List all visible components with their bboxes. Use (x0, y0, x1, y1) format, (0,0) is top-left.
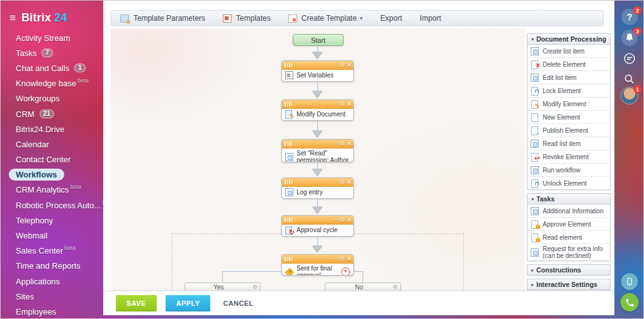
sidebar-item-employees[interactable]: Employees (1, 304, 103, 319)
sidebar-item-applications[interactable]: Applications (1, 274, 103, 289)
palette-item-read-element[interactable]: Read element (528, 231, 610, 244)
block-controls: –⚙× (334, 255, 351, 263)
block-header[interactable]: ⚙× (282, 140, 353, 148)
template-parameters-button[interactable]: Template Parameters (120, 14, 205, 23)
settings-gear-icon[interactable]: ⚙ (252, 284, 260, 290)
palette-item-revoke-element[interactable]: Revoke Element (528, 150, 610, 164)
settings-gear-icon[interactable]: ⚙ (339, 101, 344, 107)
device-sync-button[interactable] (621, 273, 638, 290)
logo-row: ≡ Bitrix 24 (9, 11, 67, 25)
cancel-button[interactable]: CANCEL (219, 295, 257, 311)
palette-section-header-document-processing[interactable]: ▾Document Processing (528, 34, 610, 45)
sidebar-item-crm-analytics[interactable]: CRM Analyticsbeta (1, 182, 103, 198)
export-button[interactable]: Export (380, 14, 402, 23)
close-icon[interactable]: × (347, 179, 351, 186)
drag-grip-icon[interactable] (285, 63, 293, 67)
palette-item-modify-element[interactable]: Modify Element (528, 98, 610, 111)
sidebar-item-webmail[interactable]: Webmail (1, 228, 103, 243)
close-icon[interactable]: × (347, 62, 351, 69)
branch-yes[interactable]: Yes⚙ (184, 283, 261, 291)
import-button[interactable]: Import (420, 14, 441, 23)
block-header[interactable]: ⚙× (282, 61, 353, 70)
create-template-dropdown[interactable]: Create Template (288, 14, 363, 23)
messenger-button[interactable] (621, 50, 638, 67)
sidebar-item-robotic-process-auto[interactable]: Robotic Process Auto...beta (1, 198, 103, 213)
palette-section-header-constructions[interactable]: ▸Constructions (528, 265, 610, 275)
start-node[interactable]: Start (293, 34, 344, 46)
settings-gear-icon[interactable]: ⚙ (339, 62, 344, 68)
drag-grip-icon[interactable] (285, 142, 293, 146)
close-icon[interactable]: × (347, 216, 351, 223)
notifications-button[interactable]: 3 (621, 30, 638, 46)
settings-gear-icon[interactable]: ⚙ (339, 141, 344, 147)
workflow-block-set-read-permission-author[interactable]: ⚙×Set "Read" permission: Author (281, 139, 354, 162)
palette-item-delete-element[interactable]: Delete Element (528, 58, 610, 71)
settings-gear-icon[interactable]: ⚙ (339, 179, 344, 185)
sidebar-item-sales-center[interactable]: Sales Centerbeta (1, 243, 103, 259)
apply-button[interactable]: APPLY (166, 295, 211, 311)
sidebar-item-calendar[interactable]: Calendar (1, 137, 103, 152)
settings-gear-icon[interactable]: ⚙ (339, 256, 344, 262)
sidebar-item-time-and-reports[interactable]: Time and Reports (1, 259, 103, 274)
phone-button[interactable] (621, 293, 639, 311)
workflow-block-modify-document[interactable]: ⚙×Modify Document (281, 99, 354, 121)
palette-item-new-element[interactable]: New Element (528, 111, 610, 124)
close-icon[interactable]: × (347, 255, 351, 262)
palette-item-publish-element[interactable]: Publish Element (528, 124, 610, 137)
profile-avatar[interactable]: 1 (621, 87, 638, 104)
block-header[interactable]: –⚙× (282, 216, 353, 225)
branch-no[interactable]: No⚙ (325, 283, 401, 291)
sidebar-item-chat-and-calls[interactable]: Chat and Calls1 (1, 60, 103, 76)
sidebar-item-label: Tasks7 (16, 48, 53, 58)
minimize-icon[interactable]: – (334, 217, 337, 223)
hamburger-menu-icon[interactable]: ≡ (9, 13, 16, 23)
drag-grip-icon[interactable] (285, 218, 293, 222)
sidebar-item-activity-stream[interactable]: Activity Stream (1, 30, 103, 45)
palette-item-create-list-item[interactable]: Create list item (528, 45, 610, 58)
sidebar-item-sites[interactable]: Sites (1, 289, 103, 304)
list-icon (531, 140, 539, 148)
templates-button[interactable]: Templates (223, 14, 271, 23)
workflow-block-sent-for-final-approval[interactable]: –⚙×Sent for final approval+ (281, 254, 354, 276)
drag-grip-icon[interactable] (285, 180, 293, 184)
sidebar-item-knowledge-base[interactable]: Knowledge basebeta (1, 76, 103, 91)
palette-item-read-list-item[interactable]: Read list item (528, 137, 610, 150)
palette-item-additional-information[interactable]: Additional Information (528, 204, 610, 218)
sidebar-item-tasks[interactable]: Tasks7 (1, 45, 103, 60)
sidebar-item-contact-center[interactable]: Contact Center (1, 152, 103, 167)
workflow-canvas[interactable]: Start ⚙×Set Variables⚙×Modify Document⚙×… (111, 28, 525, 291)
sidebar-item-crm[interactable]: CRM21 (1, 106, 103, 121)
block-header[interactable]: –⚙× (282, 255, 353, 264)
palette-item-edit-list-item[interactable]: Edit list item (528, 71, 610, 84)
sidebar-item-bitrix24-drive[interactable]: Bitrix24.Drive (1, 121, 103, 137)
add-branch-icon[interactable]: + (341, 267, 350, 276)
sidebar-item-telephony[interactable]: Telephony (1, 213, 103, 228)
save-button[interactable]: SAVE (116, 295, 157, 311)
beta-label: beta (64, 245, 76, 251)
block-header[interactable]: ⚙× (282, 178, 353, 187)
block-header[interactable]: ⚙× (282, 100, 353, 109)
palette-item-unlock-element[interactable]: Unlock Element (528, 177, 610, 189)
sidebar-item-workgroups[interactable]: Workgroups (1, 91, 103, 106)
workflow-block-approval-cycle[interactable]: –⚙×Approval cycle (281, 215, 354, 237)
sidebar-item-label: Bitrix24.Drive (16, 125, 64, 134)
palette-section-header-tasks[interactable]: ▾Tasks (528, 194, 610, 204)
minimize-icon[interactable]: – (334, 256, 337, 262)
palette-item-run-workflow[interactable]: Run workflow (528, 164, 610, 177)
palette-item-lock-element[interactable]: Lock Element (528, 84, 610, 98)
palette-section-header-interactive-settings[interactable]: ▸Interactive Settings (528, 279, 610, 289)
palette-item-approve-element[interactable]: Approve Element (528, 218, 610, 231)
drag-grip-icon[interactable] (285, 257, 293, 261)
sidebar-item-label: Activity Stream (16, 33, 71, 43)
drag-grip-icon[interactable] (285, 102, 293, 106)
palette-item-request-for-extra-info-can-be-declined[interactable]: Request for extra info (can be declined) (528, 244, 610, 260)
close-icon[interactable]: × (347, 140, 351, 147)
workflow-block-log-entry[interactable]: ⚙×Log entry (281, 177, 354, 199)
workflow-block-set-variables[interactable]: ⚙×Set Variables (281, 60, 354, 82)
settings-gear-icon[interactable]: ⚙ (339, 217, 344, 223)
close-icon[interactable]: × (347, 101, 351, 108)
sidebar-item-workflows[interactable]: Workflows (1, 167, 103, 182)
help-button[interactable]: ? 2 (621, 9, 638, 25)
settings-gear-icon[interactable]: ⚙ (393, 284, 400, 290)
list-icon (531, 207, 539, 215)
